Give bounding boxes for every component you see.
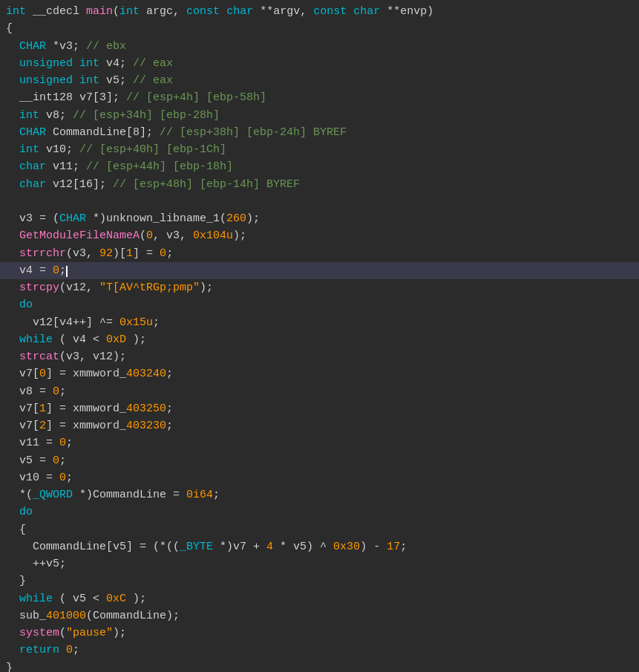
code-line: int v8; // [esp+34h] [ebp-28h] [0,107,639,124]
code-line: } [0,659,639,673]
code-line: v12[v4++] ^= 0x15u; [0,314,639,331]
code-line: char v12[16]; // [esp+48h] [ebp-14h] BYR… [0,176,639,193]
code-line: __int128 v7[3]; // [esp+4h] [ebp-58h] [0,89,639,106]
code-line: CHAR CommandLine[8]; // [esp+38h] [ebp-2… [0,124,639,141]
code-line: CommandLine[v5] = (*((_BYTE *)v7 + 4 * v… [0,538,639,555]
code-line: strcat(v3, v12); [0,348,639,365]
code-line: while ( v5 < 0xC ); [0,590,639,607]
code-line: int v10; // [esp+40h] [ebp-1Ch] [0,141,639,158]
code-line: { [0,20,639,37]
code-line: v8 = 0; [0,383,639,400]
code-editor[interactable]: int __cdecl main(int argc, const char **… [0,0,639,672]
code-line: v7[1] = xmmword_403250; [0,400,639,417]
code-line: v3 = (CHAR *)unknown_libname_1(260); [0,210,639,227]
code-line: v7[0] = xmmword_403240; [0,365,639,382]
code-line: strrchr(v3, 92)[1] = 0; [0,245,639,262]
code-line: GetModuleFileNameA(0, v3, 0x104u); [0,227,639,244]
code-line: do [0,296,639,313]
code-line: int __cdecl main(int argc, const char **… [0,3,639,20]
code-line: char v11; // [esp+44h] [ebp-18h] [0,158,639,175]
code-line: do [0,503,639,521]
code-line: { [0,521,639,538]
code-line: unsigned int v4; // eax [0,55,639,72]
code-line: v5 = 0; [0,452,639,469]
code-line: sub_401000(CommandLine); [0,607,639,624]
code-line: strcpy(v12, "T[AV^tRGp;pmp"); [0,279,639,296]
code-line: CHAR *v3; // ebx [0,38,639,55]
code-line [0,193,639,210]
code-line: v7[2] = xmmword_403230; [0,417,639,434]
code-line: unsigned int v5; // eax [0,72,639,89]
code-line: system("pause"); [0,624,639,642]
code-line: return 0; [0,642,639,659]
code-line: v11 = 0; [0,434,639,451]
code-line: } [0,572,639,590]
code-line: ++v5; [0,555,639,572]
code-line: v10 = 0; [0,469,639,486]
text-cursor [66,266,68,277]
code-line: v4 = 0; [0,262,639,279]
code-line: *(_QWORD *)CommandLine = 0i64; [0,486,639,503]
code-line: while ( v4 < 0xD ); [0,331,639,348]
